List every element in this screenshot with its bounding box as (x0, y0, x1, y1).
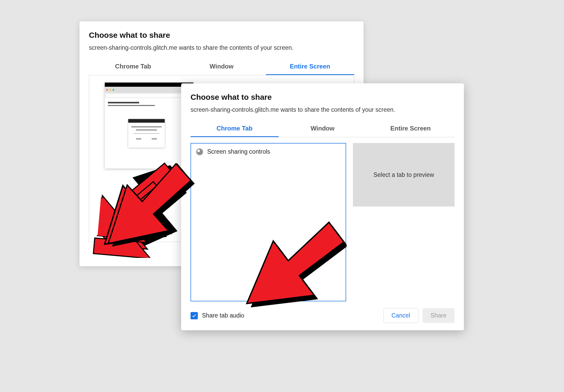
tab-list: Screen sharing controls (191, 143, 346, 301)
dialog-title: Choose what to share (191, 93, 455, 102)
share-dialog-chrome-tab: Choose what to share screen-sharing-cont… (181, 83, 464, 330)
checkbox-icon[interactable] (191, 312, 198, 319)
share-audio-label: Share tab audio (202, 312, 244, 319)
globe-icon (196, 148, 203, 155)
share-audio-option[interactable]: Share tab audio (191, 312, 244, 319)
tab-chrome-tab[interactable]: Chrome Tab (191, 121, 279, 137)
cancel-button[interactable]: Cancel (383, 308, 418, 323)
tab-entire-screen[interactable]: Entire Screen (266, 59, 354, 75)
tab-item-label: Screen sharing controls (207, 148, 270, 155)
tab-list-item[interactable]: Screen sharing controls (196, 148, 340, 155)
screen-thumbnail[interactable] (105, 83, 193, 169)
dialog-subtitle: screen-sharing-controls.glitch.me wants … (89, 44, 354, 51)
share-tabs: Chrome Tab Window Entire Screen (89, 59, 354, 75)
preview-placeholder-text: Select a tab to preview (373, 171, 434, 178)
tab-chrome-tab[interactable]: Chrome Tab (89, 59, 177, 75)
tab-entire-screen[interactable]: Entire Screen (366, 121, 455, 137)
share-tabs: Chrome Tab Window Entire Screen (191, 121, 455, 137)
preview-placeholder: Select a tab to preview (353, 143, 455, 207)
tab-window[interactable]: Window (177, 59, 266, 75)
share-button[interactable]: Share (422, 308, 455, 323)
dialog-title: Choose what to share (89, 31, 354, 40)
tab-window[interactable]: Window (279, 121, 367, 137)
dialog-subtitle: screen-sharing-controls.glitch.me wants … (191, 106, 455, 113)
